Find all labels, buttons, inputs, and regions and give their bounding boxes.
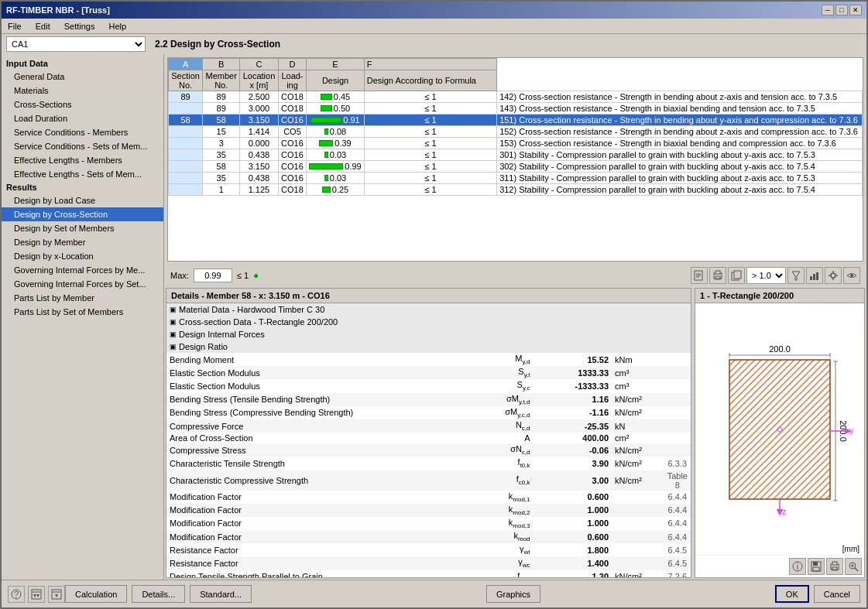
menu-help[interactable]: Help [105,21,129,32]
design-ratio-header[interactable]: ▣ Design Ratio [166,340,691,353]
copy-icon-btn[interactable] [728,267,745,284]
cs-info-btn[interactable]: i [789,558,806,575]
cell-formula: 312) Stability - Compression parallel to… [497,184,863,196]
filter-select[interactable]: > 1.0 All [746,267,786,284]
detail-value: 1.30 [533,570,612,578]
filter-icon-btn[interactable] [787,267,805,284]
eye-icon-btn[interactable] [843,267,860,284]
table-row[interactable]: 35 0.438 CO16 0.03 ≤ 1 301) Stability - … [169,149,863,161]
cell-formula: 301) Stability - Compression parallel to… [497,149,863,161]
sidebar-item-design-by-x-location[interactable]: Design by x-Location [2,249,163,263]
sidebar-item-design-by-member[interactable]: Design by Member [2,235,163,249]
cell-section: 58 [169,115,203,126]
minimize-button[interactable]: ─ [822,5,834,15]
maximize-button[interactable]: □ [835,5,848,15]
cancel-button[interactable]: Cancel [814,585,860,603]
detail-row-bending-stress-t: Bending Stress (Tensile Bending Strength… [166,393,691,406]
sidebar-item-parts-list-by-set[interactable]: Parts List by Set of Members [2,305,163,319]
detail-symbol: kmod,1 [455,491,533,504]
sidebar-item-general-data[interactable]: General Data [2,70,163,84]
table-row[interactable]: 89 3.000 CO18 0.50 ≤ 1 143) Cross-sectio… [169,103,863,115]
standard-button[interactable]: Standard... [190,585,252,603]
sidebar-item-parts-list-by-member[interactable]: Parts List by Member [2,291,163,305]
table-row[interactable]: 1 1.125 CO18 0.25 ≤ 1 312) Stability - C… [169,184,863,196]
sidebar-item-effective-lengths-members[interactable]: Effective Lengths - Members [2,153,163,167]
details-button[interactable]: Details... [132,585,185,603]
cs-zoom-btn[interactable] [845,558,862,575]
detail-ref: 7.2.6 [664,570,691,578]
cross-section-data-header[interactable]: ▣ Cross-section Data - T-Rectangle 200/2… [166,316,691,328]
detail-row-char-compressive-strength: Characteristic Compressive Strength fc0,… [166,470,691,491]
sidebar-item-service-conditions-members[interactable]: Service Conditions - Members [2,125,163,139]
detail-unit: cm² [612,433,664,443]
subheader-loading: Load-ing [278,70,307,91]
print-icon-btn[interactable] [709,267,726,284]
material-data-header[interactable]: ▣ Material Data - Hardwood Timber C 30 [166,303,691,316]
bottom-right-buttons: OK Cancel [775,585,860,603]
sidebar-item-design-by-cross-section[interactable]: Design by Cross-Section [2,207,163,221]
detail-value: 400.00 [533,433,612,443]
chart-icon-btn[interactable] [806,267,823,284]
check-icon: ● [253,270,259,281]
detail-symbol: A [455,433,533,443]
ok-button[interactable]: OK [775,585,809,603]
prev-icon [31,589,42,600]
cell-section: 89 [169,91,203,103]
settings-icon-btn[interactable] [825,267,842,284]
info-icon: i [792,561,803,572]
print-icon [712,270,723,281]
cell-formula: 143) Cross-section resistance - Strength… [497,103,863,115]
menu-settings[interactable]: Settings [61,21,98,32]
cell-section [169,103,203,115]
detail-ref [664,366,691,379]
table-row[interactable]: 3 0.000 CO16 0.39 ≤ 1 153) Cross-section… [169,138,863,149]
sidebar-item-materials[interactable]: Materials [2,84,163,98]
detail-unit: kN/cm² [612,470,664,491]
menu-file[interactable]: File [5,21,25,32]
table-row[interactable]: 58 3.150 CO16 0.99 ≤ 1 302) Stability - … [169,161,863,173]
sidebar-item-effective-lengths-sets[interactable]: Effective Lengths - Sets of Mem... [2,167,163,181]
close-button[interactable]: ✕ [849,5,862,15]
sidebar-item-service-conditions-sets[interactable]: Service Conditions - Sets of Mem... [2,139,163,153]
table-row[interactable]: 15 1.414 CO5 0.08 ≤ 1 152) Cross-section… [169,126,863,138]
section-title: 2.2 Design by Cross-Section [149,39,280,50]
export-icon-btn[interactable] [691,267,708,284]
max-value-input[interactable] [194,269,232,282]
detail-unit [612,491,664,504]
cs-print-btn[interactable] [826,558,843,575]
table-row[interactable]: 35 0.438 CO16 0.03 ≤ 1 311) Stability - … [169,173,863,184]
detail-ref: Table 8 [664,470,691,491]
main-table-container[interactable]: A B C D E F SectionNo. MemberNo. [167,57,863,262]
menu-edit[interactable]: Edit [33,21,53,32]
detail-label: Modification Factor [166,517,455,530]
next-btn[interactable] [48,586,65,603]
ca-select[interactable]: CA1 [6,36,146,52]
design-internal-forces-header[interactable]: ▣ Design Internal Forces [166,328,691,340]
graphics-button[interactable]: Graphics [486,585,540,603]
table-row[interactable]: 58 58 3.150 CO16 0.91 ≤ 1 151) Cross-sec… [169,115,863,126]
detail-row-compressive-force: Compressive Force Nc,d -25.35 kN [166,419,691,433]
cell-section [169,161,203,173]
detail-ref: 6.4.5 [664,543,691,556]
main-content: CA1 2.2 Design by Cross-Section Input Da… [2,34,866,607]
help-btn[interactable]: ? [8,586,25,603]
cell-loading: CO16 [278,138,307,149]
detail-ref: 6.4.5 [664,556,691,570]
detail-value: 1.16 [533,393,612,406]
cell-member: 89 [203,91,240,103]
detail-label: Compressive Force [166,419,455,433]
calculation-button[interactable]: Calculation [65,585,127,603]
sidebar-item-cross-sections[interactable]: Cross-Sections [2,98,163,111]
detail-value: 3.00 [533,470,612,491]
sidebar-item-design-by-set-of-members[interactable]: Design by Set of Members [2,221,163,235]
sidebar-item-governing-forces-by-set[interactable]: Governing Internal Forces by Set... [2,277,163,291]
sidebar-item-load-duration[interactable]: Load Duration [2,111,163,125]
table-row[interactable]: 89 89 2.500 CO18 0.45 ≤ 1 142) Cross-sec… [169,91,863,103]
main-table: A B C D E F SectionNo. MemberNo. [168,58,863,196]
prev-btn[interactable] [28,586,45,603]
sidebar-item-design-by-load-case[interactable]: Design by Load Case [2,193,163,207]
detail-row-resistance-wt: Resistance Factor γwt 1.800 6.4.5 [166,543,691,556]
window-title: RF-TIMBER NBR - [Truss] [6,5,110,15]
cs-save-btn[interactable] [808,558,825,575]
sidebar-item-governing-forces-by-me[interactable]: Governing Internal Forces by Me... [2,263,163,277]
